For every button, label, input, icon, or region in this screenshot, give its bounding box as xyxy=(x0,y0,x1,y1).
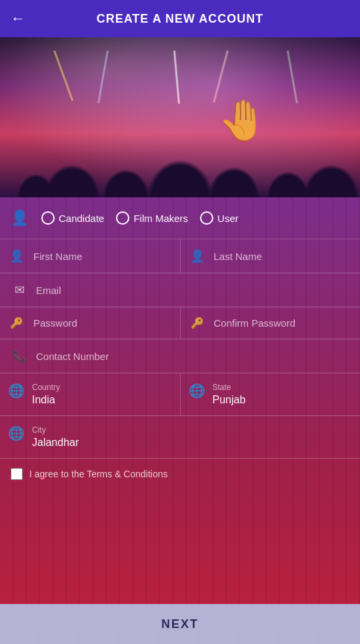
email-input[interactable] xyxy=(36,285,349,296)
form-section: 👤 Candidate Film Makers User 👤 xyxy=(0,197,360,644)
country-info: Country India xyxy=(32,383,60,406)
city-row[interactable]: 🌐 City Jalandhar xyxy=(0,416,360,459)
country-state-row: 🌐 Country India 🌐 State Punjab xyxy=(0,373,360,416)
form-inner: 👤 Candidate Film Makers User 👤 xyxy=(0,197,360,503)
country-col[interactable]: 🌐 Country India xyxy=(0,373,181,415)
terms-row: I agree to the Terms & Conditions xyxy=(0,459,360,489)
city-label: City xyxy=(32,425,79,435)
confirm-password-col: 🔑 xyxy=(181,307,361,339)
page-title: CREATE A NEW ACCOUNT xyxy=(0,12,360,26)
password-input[interactable] xyxy=(33,317,172,329)
name-row: 👤 👤 xyxy=(0,239,360,273)
terms-text: I agree to the Terms & Conditions xyxy=(29,469,168,479)
role-radio-group: Candidate Film Makers User xyxy=(41,211,239,225)
contact-input[interactable] xyxy=(36,351,349,362)
key-icon-confirm: 🔑 xyxy=(189,317,206,329)
last-name-col: 👤 xyxy=(181,239,361,273)
radio-user[interactable] xyxy=(200,211,213,225)
radio-candidate[interactable] xyxy=(41,211,55,225)
role-user[interactable]: User xyxy=(200,211,239,225)
back-button[interactable]: ← xyxy=(11,10,25,27)
country-label: Country xyxy=(32,383,60,392)
contact-row: 📞 xyxy=(0,339,360,373)
globe-icon-city: 🌐 xyxy=(8,425,25,441)
country-value: India xyxy=(32,394,60,406)
phone-icon: 📞 xyxy=(11,349,28,363)
crowd-silhouettes xyxy=(0,104,360,197)
last-name-input[interactable] xyxy=(214,251,353,262)
terms-checkbox[interactable] xyxy=(11,468,23,480)
role-filmmakers[interactable]: Film Makers xyxy=(116,211,188,225)
stage-lights xyxy=(0,51,360,91)
next-button[interactable]: NEXT xyxy=(0,604,360,644)
globe-icon-state: 🌐 xyxy=(189,383,206,399)
password-row: 🔑 🔑 xyxy=(0,307,360,339)
role-selection-row: 👤 Candidate Film Makers User xyxy=(0,197,360,239)
key-icon-password: 🔑 xyxy=(8,317,25,329)
state-label: State xyxy=(213,383,246,392)
email-icon: ✉ xyxy=(11,283,28,297)
role-candidate[interactable]: Candidate xyxy=(41,211,104,225)
city-value: Jalandhar xyxy=(32,437,79,449)
person-icon-first: 👤 xyxy=(8,249,25,263)
person-icon: 👤 xyxy=(11,209,31,227)
person-icon-last: 👤 xyxy=(189,249,206,263)
radio-filmmakers[interactable] xyxy=(116,211,129,225)
city-info: City Jalandhar xyxy=(32,425,79,449)
confirm-password-input[interactable] xyxy=(214,317,353,329)
app-header: ← CREATE A NEW ACCOUNT xyxy=(0,0,360,37)
hero-image: ✋ xyxy=(0,37,360,197)
first-name-input[interactable] xyxy=(33,251,172,262)
password-col: 🔑 xyxy=(0,307,181,339)
state-value: Punjab xyxy=(213,394,246,406)
email-row: ✉ xyxy=(0,273,360,307)
globe-icon-country: 🌐 xyxy=(8,383,25,399)
state-col[interactable]: 🌐 State Punjab xyxy=(181,373,361,415)
state-info: State Punjab xyxy=(213,383,246,406)
next-button-container: NEXT xyxy=(0,604,360,644)
first-name-col: 👤 xyxy=(0,239,181,273)
